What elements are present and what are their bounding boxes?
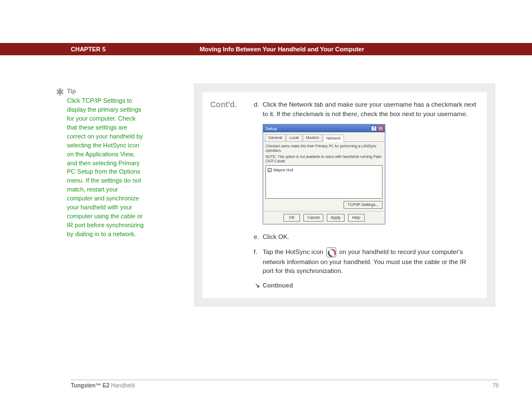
tab-local[interactable]: Local [286,134,302,141]
step-text: Tap the HotSync icon on your handheld to… [263,247,477,276]
continued-heading: Cont'd. [210,100,237,109]
asterisk-icon: ✱ [56,85,64,99]
step-label: f. [254,247,263,276]
help-icon[interactable]: ? [371,126,377,131]
tcpip-settings-button[interactable]: TCP/IP Settings... [344,201,383,209]
dialog-note-1: Checked users make this their Primary PC… [265,144,383,153]
user-list: ✓ Wayne Holl [265,165,383,199]
product-name: Tungsten™ E2 Handheld [71,382,135,389]
user-name: Wayne Holl [273,167,293,173]
tab-modem[interactable]: Modem [303,134,322,141]
checkbox-icon[interactable]: ✓ [268,168,272,172]
chapter-label: CHAPTER 5 [71,46,105,52]
dialog-titlebar: Setup ? × [263,124,385,132]
step-label: d. [254,100,263,118]
continued-link[interactable]: ↘ Continued [254,281,477,290]
page-number: 78 [492,382,499,389]
tab-general[interactable]: General [265,134,286,141]
step-text: Click the Network tab and make sure your… [263,100,477,118]
step-f: f. Tap the HotSync icon on your handheld… [254,247,477,276]
user-row[interactable]: ✓ Wayne Holl [268,167,380,173]
setup-dialog: Setup ? × General Local Modem Network [263,124,385,224]
tip-sidebar: ✱ Tip Click TCP/IP Settings to display t… [56,87,145,239]
product-bold: Tungsten™ E2 [71,382,109,389]
step-label: e. [254,232,263,242]
help-button[interactable]: Help [348,214,365,222]
arrow-down-right-icon: ↘ [254,282,260,289]
ok-button[interactable]: OK [283,214,300,222]
apply-button[interactable]: Apply [327,214,345,222]
chapter-header: CHAPTER 5 Moving Info Between Your Handh… [0,43,532,55]
step-e: e. Click OK. [254,232,477,242]
step-list: d. Click the Network tab and make sure y… [254,100,477,290]
hotsync-icon [326,247,336,257]
page-footer: Tungsten™ E2 Handheld 78 [71,380,499,389]
step-f-part-a: Tap the HotSync icon [263,248,325,255]
instruction-box: Cont'd. d. Click the Network tab and mak… [202,92,487,298]
continued-label: Continued [263,281,293,290]
tip-text: Click TCP/IP Settings to display the pri… [67,97,145,239]
tab-network[interactable]: Network [323,135,344,142]
product-rest: Handheld [109,382,135,389]
close-icon[interactable]: × [378,126,384,131]
dialog-body: Checked users make this their Primary PC… [263,142,385,210]
instruction-panel: Cont'd. d. Click the Network tab and mak… [194,84,495,306]
step-d: d. Click the Network tab and make sure y… [254,100,477,118]
dialog-tabs: General Local Modem Network [263,132,385,142]
dialog-buttons: OK Cancel Apply Help [263,211,385,224]
dialog-title: Setup [265,126,277,132]
dialog-note-2: NOTE: This option is not available to us… [265,155,383,164]
tip-label: Tip [67,87,145,96]
chapter-title: Moving Info Between Your Handheld and Yo… [200,46,364,52]
step-text: Click OK. [263,232,477,242]
page-body: ✱ Tip Click TCP/IP Settings to display t… [56,84,499,373]
cancel-button[interactable]: Cancel [303,214,323,222]
